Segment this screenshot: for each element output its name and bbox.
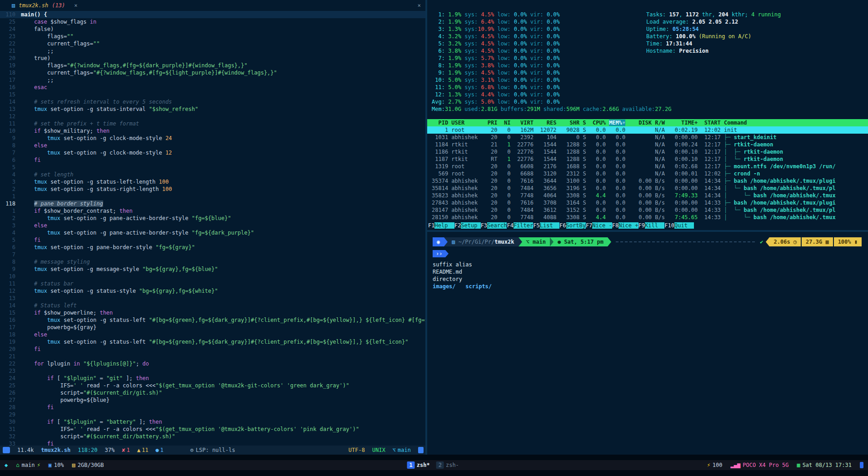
git-branch[interactable]: ⌥main (393, 447, 411, 453)
code-line[interactable]: 22 current_flags="" (0, 40, 425, 47)
fkey-f8[interactable]: F8Nice + (612, 222, 639, 229)
code-line[interactable]: 17 ;; (0, 76, 425, 84)
code-line[interactable]: 11 # set the prefix + t time format (0, 120, 425, 127)
terminal-pane[interactable]: ◉▨ ~/Pr/Gi/Pr/tmux2k⌥ main● Sat, 5:17 pm… (427, 232, 868, 455)
code-line[interactable]: 1 if $show_border_contrast; then (0, 207, 425, 215)
code-line[interactable]: 10 if $show_military; then (0, 127, 425, 135)
code-line[interactable]: 23 flags="" (0, 33, 425, 40)
code-line[interactable]: 6 tmux set-option -g pane-border-style "… (0, 244, 425, 251)
process-table-header[interactable]: PID USER PRI NI VIRT RES SHR S CPU% MEM%… (427, 119, 868, 126)
code-line[interactable]: 15 if $show_powerline; then (0, 309, 425, 316)
process-row[interactable]: 1031 abhishek 20 0 2392 104 0 S 0.0 0.0 … (427, 134, 868, 141)
code-line[interactable]: 27 powerbg=${blue} (0, 396, 425, 404)
code-line[interactable]: 26 script="#($current_dir/git.sh)" (0, 389, 425, 396)
code-line[interactable]: 20 fi (0, 346, 425, 353)
code-line[interactable]: 110main() { (0, 11, 425, 18)
code-line[interactable]: 14 # sets refresh interval to every 5 se… (0, 98, 425, 105)
fkey-f6[interactable]: F6SortBy (559, 222, 586, 229)
close-buffer-icon[interactable]: × (74, 2, 77, 9)
code-line[interactable]: 23 (0, 367, 425, 375)
fkey-f4[interactable]: F4Filter (507, 222, 533, 229)
code-line[interactable]: 29 (0, 411, 425, 418)
process-row[interactable]: 569 root 20 0 6688 3120 2312 S 0.0 0.0 N… (427, 170, 868, 177)
code-line[interactable]: 20 true) (0, 55, 425, 62)
process-table[interactable]: PID USER PRI NI VIRT RES SHR S CPU% MEM%… (427, 119, 868, 221)
code-line[interactable]: 13 (0, 295, 425, 302)
process-row[interactable]: 35823 abhishek 20 0 7748 4064 3308 S 4.4… (427, 192, 868, 199)
fkey-f7[interactable]: F7Nice - (586, 222, 612, 229)
code-line[interactable]: 118 # pane border styling (0, 200, 425, 207)
code-line[interactable]: 21 ;; (0, 47, 425, 55)
htop-pane[interactable]: 1: 1.9% sys: 4.5% low: 0.0% vir: 0.0% 2:… (427, 0, 868, 230)
code-line[interactable]: 5 (0, 164, 425, 171)
fkey-f10[interactable]: F10Quit (664, 222, 694, 229)
code-line[interactable]: 8 # message styling (0, 258, 425, 266)
code-line[interactable]: 15 (0, 91, 425, 98)
tmux-window-1[interactable]: 1zsh* (407, 461, 430, 469)
code-line[interactable]: 28 fi (0, 404, 425, 411)
code-line[interactable]: 25 IFS=' ' read -r -a colors <<<"$(get_t… (0, 382, 425, 389)
close-window-icon[interactable]: × (418, 2, 421, 9)
process-row[interactable]: 1184 rtkit 21 1 22776 1544 1288 S 0.0 0.… (427, 141, 868, 148)
code-line[interactable]: 19 flags="#{?window_flags,#[fg=${dark_pu… (0, 62, 425, 69)
code-line[interactable]: 5 fi (0, 236, 425, 244)
fkey-f2[interactable]: F2Setup (454, 222, 481, 229)
code-line[interactable]: 33 fi (0, 440, 425, 446)
diagnostic-errors[interactable]: ✘1 (122, 447, 130, 453)
fkey-f1[interactable]: F1Help (428, 222, 454, 229)
process-row[interactable]: 1 root 20 0 162M 12072 9028 S 0.0 0.0 N/… (427, 126, 868, 134)
diagnostic-hints[interactable]: ●1 (155, 447, 163, 453)
code-line[interactable]: 31 IFS=' ' read -r -a colors <<<"$(get_t… (0, 426, 425, 433)
code-line[interactable]: 6 fi (0, 156, 425, 164)
code-line[interactable]: 14 # Status left (0, 302, 425, 309)
process-row[interactable]: 35374 abhishek 20 0 7616 3644 3100 S 0.0… (427, 177, 868, 185)
code-line[interactable]: 24 if [ "$lplugin" = "git" ]; then (0, 375, 425, 382)
code-line[interactable]: 4 tmux set-option -g pane-active-border-… (0, 229, 425, 236)
terminal-input-line[interactable]: ›› (433, 250, 868, 257)
code-area[interactable]: 110main() {25 case $show_flags in24 fals… (0, 11, 425, 446)
sort-column-header[interactable]: MEM%▿ (609, 120, 625, 126)
code-line[interactable]: 9 tmux set-option -g message-style "bg=$… (0, 266, 425, 273)
process-row[interactable]: 28150 abhishek 20 0 7748 4088 3308 S 4.4… (427, 214, 868, 221)
code-line[interactable]: 18 else (0, 331, 425, 338)
code-line[interactable]: 3 else (0, 222, 425, 229)
fkey-f3[interactable]: F3Search (481, 222, 507, 229)
code-line[interactable]: 12 tmux set-option -g status-style "bg=$… (0, 287, 425, 295)
tmux-window-2[interactable]: 2zsh- (436, 461, 459, 469)
code-line[interactable]: 16 tmux set-option -g status-left "#[bg=… (0, 316, 425, 324)
code-line[interactable]: 12 (0, 113, 425, 120)
code-line[interactable]: 22 for lplugin in "${lplugins[@]}"; do (0, 360, 425, 367)
process-row[interactable]: 1187 rtkit RT 1 22776 1544 1288 S 0.0 0.… (427, 155, 868, 163)
code-line[interactable]: 2 tmux set-option -g status-right-length… (0, 185, 425, 193)
code-line[interactable]: 16 esac (0, 84, 425, 91)
process-row[interactable]: 1319 root 20 0 6608 2176 1688 S 0.0 0.0 … (427, 163, 868, 170)
code-line[interactable]: 2 tmux set-option -g pane-active-border-… (0, 215, 425, 222)
code-line[interactable]: 18 current_flags="#{?window_flags,#[fg=$… (0, 69, 425, 76)
diagnostic-warnings[interactable]: ▲11 (137, 447, 149, 453)
code-line[interactable]: 3 tmux set-option -g status-left-length … (0, 178, 425, 185)
code-line[interactable]: 1 (0, 193, 425, 200)
process-row[interactable]: 1186 rtkit 20 0 22776 1544 1288 S 0.0 0.… (427, 148, 868, 155)
code-line[interactable]: 7 tmux set-option -g clock-mode-style 12 (0, 149, 425, 156)
code-line[interactable]: 17 powerbg=${gray} (0, 324, 425, 331)
editor-pane[interactable]: ▤ tmux2k.sh (13) × × 110main() {25 case … (0, 0, 425, 455)
code-line[interactable]: 21 (0, 353, 425, 360)
code-line[interactable]: 8 else (0, 142, 425, 149)
process-row[interactable]: 35814 abhishek 20 0 7484 3656 3196 S 0.0… (427, 185, 868, 192)
code-line[interactable]: 7 (0, 251, 425, 258)
process-row[interactable]: 27843 abhishek 20 0 7616 3708 3164 S 0.0… (427, 199, 868, 206)
code-line[interactable]: 25 case $show_flags in (0, 18, 425, 25)
code-line[interactable]: 19 tmux set-option -g status-left "#[bg=… (0, 338, 425, 346)
fkey-f9[interactable]: F9Kill (639, 222, 665, 229)
code-line[interactable]: 9 tmux set-option -g clock-mode-style 24 (0, 135, 425, 142)
code-line[interactable]: 30 if [ "$lplugin" = "battery" ]; then (0, 418, 425, 426)
code-line[interactable]: 32 script="#($current_dir/battery.sh)" (0, 433, 425, 440)
code-line[interactable]: 4 # set length (0, 171, 425, 178)
code-line[interactable]: 10 (0, 273, 425, 280)
process-row[interactable]: 28147 abhishek 20 0 7484 3612 3152 S 0.0… (427, 206, 868, 214)
line-number: 19 (0, 62, 21, 69)
code-line[interactable]: 24 false) (0, 25, 425, 33)
fkey-f5[interactable]: F5List (533, 222, 559, 229)
code-line[interactable]: 11 # status bar (0, 280, 425, 287)
code-line[interactable]: 13 tmux set-option -g status-interval "$… (0, 105, 425, 113)
